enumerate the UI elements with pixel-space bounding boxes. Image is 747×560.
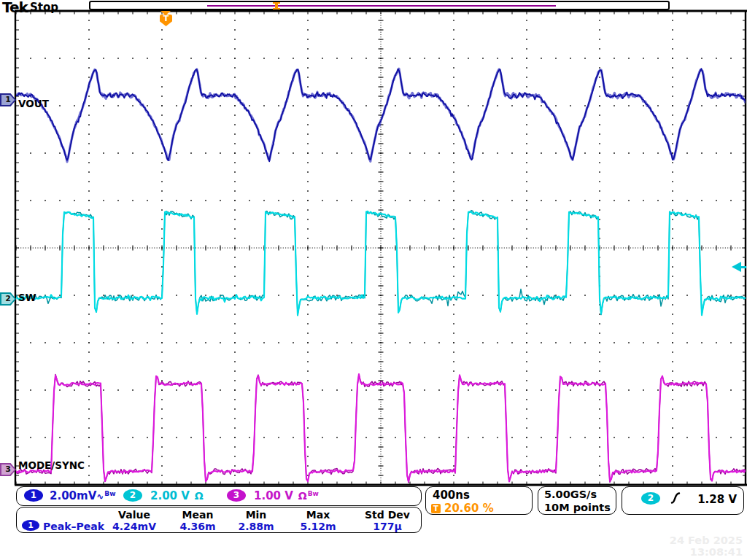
timebase-readout: 400ns [433,489,470,502]
datetime-stamp: 24 Feb 2025 13:08:41 [670,534,743,558]
meas-max: 5.12m [287,521,349,532]
trigger-level-arrow-tail [740,266,746,268]
impedance-icon: Ω [195,490,204,502]
meas-header-max: Max [287,509,349,521]
trigger-source-badge: 2 [641,492,660,505]
rising-edge-icon [670,491,681,505]
waveform-display [0,0,747,560]
ch3-label: MODE/SYNC [18,459,85,471]
ch2-label: SW [18,292,36,303]
acquisition-box[interactable]: 5.00GS/s 10M points [538,486,616,515]
waveform-ch2 [16,211,746,315]
trigger-level-readout: 1.28 V [697,493,737,506]
trigger-t-icon: T [431,504,441,513]
measurement-bar[interactable]: Value Mean Min Max Std Dev 1 Peak–Peak 4… [16,507,422,533]
ac-coupling-icon: ∿ [96,491,104,502]
channel-settings-bar[interactable]: 1 2.00mV∿Bw 2 2.00 VΩ 3 1.00 VΩBw [16,486,422,506]
meas-stddev: 177µ [356,521,419,532]
meas-source-badge: 1 [22,520,39,531]
sample-rate-readout: 5.00GS/s [544,489,597,500]
graticule [15,10,747,485]
time: 13:08:41 [670,546,743,558]
date: 24 Feb 2025 [670,534,743,546]
meas-value: 4.24mV [103,521,166,532]
trigger-settings-box[interactable]: 2 1.28 V [622,486,744,515]
meas-min: 2.88m [225,521,287,532]
ch2-badge[interactable]: 2 [123,489,142,502]
bandwidth-limit-icon: Bw [308,490,319,497]
ch1-scale-readout[interactable]: 2.00mV∿Bw [50,489,116,502]
meas-header-mean: Mean [166,509,229,521]
record-length-readout: 10M points [544,502,611,513]
ch3-badge[interactable]: 3 [227,489,246,502]
impedance-icon: Ω [298,490,307,502]
meas-name[interactable]: Peak–Peak [43,521,104,532]
ch3-scale-readout[interactable]: 1.00 VΩBw [254,489,319,502]
meas-mean: 4.36m [166,521,229,532]
ch1-badge[interactable]: 1 [24,489,43,502]
ch1-label: VOUT [18,98,49,109]
meas-header-stddev: Std Dev [356,509,419,521]
ch2-scale-readout[interactable]: 2.00 VΩ [150,489,204,502]
bandwidth-limit-icon: Bw [104,490,115,497]
meas-header-value: Value [103,509,166,521]
oscilloscope-screen: Tek Stop T 1 2 3 VOUT SW MODE/SYNC 1 2.0… [0,0,747,560]
trigger-position-readout: 20.60 % [444,502,494,515]
meas-header-min: Min [225,509,287,521]
horizontal-settings-box[interactable]: 400ns T 20.60 % [425,486,533,515]
